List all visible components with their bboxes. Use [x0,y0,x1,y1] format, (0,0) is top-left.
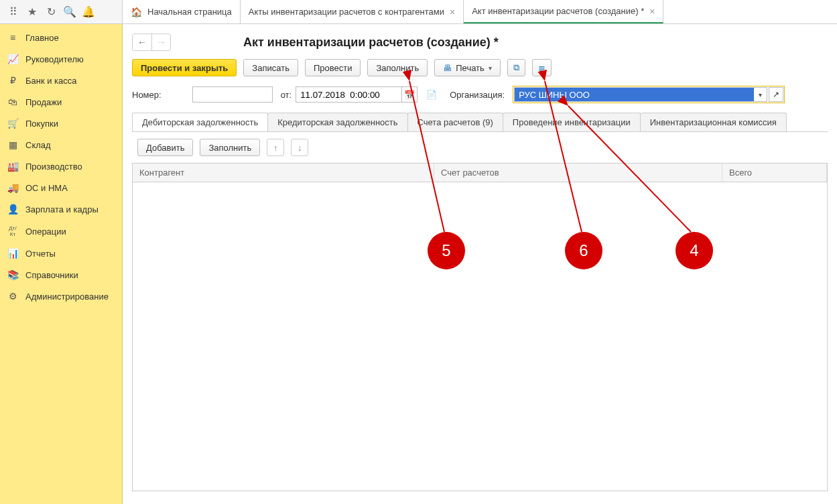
tab-label: Акты инвентаризации расчетов с контраген… [249,7,444,17]
sidebar-item-catalogs[interactable]: 📚Справочники [0,264,122,286]
star-icon[interactable]: ★ [23,3,42,21]
list-icon: ≣ [538,63,545,73]
org-label: Организация: [450,90,505,100]
subtabs: Дебиторская задолженность Кредиторская з… [132,113,828,132]
add-row-button[interactable]: Добавить [137,139,193,156]
doc-state-button[interactable]: 📄 [424,86,439,103]
home-icon: 🏠 [131,7,142,17]
sidebar-label: Операции [25,227,66,237]
subtab-credit[interactable]: Кредиторская задолженность [267,113,407,131]
list-view-button[interactable]: ≣ [532,59,552,76]
sidebar-item-reports[interactable]: 📊Отчеты [0,243,122,264]
sidebar-label: Зарплата и кадры [25,204,99,214]
col-total[interactable]: Всего [722,164,827,182]
back-button[interactable]: ← [133,34,151,50]
chart-icon: 📈 [7,54,19,64]
person-icon: 👤 [7,204,19,214]
sidebar-item-operations[interactable]: Дт/КтОперации [0,220,122,243]
sidebar-label: Склад [25,140,51,150]
subtab-inventory[interactable]: Проведение инвентаризации [503,113,641,131]
sidebar-item-assets[interactable]: 🚚ОС и НМА [0,177,122,198]
sidebar-item-manager[interactable]: 📈Руководителю [0,48,122,70]
col-contractor[interactable]: Контрагент [133,164,434,182]
arrow-up-icon: ↑ [273,143,278,153]
from-label: от: [281,90,292,100]
fill-rows-button[interactable]: Заполнить [200,139,260,156]
move-up-button[interactable]: ↑ [267,139,284,156]
chevron-down-icon: ▾ [759,91,762,99]
sidebar-label: Банк и касса [25,76,77,86]
number-label: Номер: [132,90,162,100]
sidebar-item-bank[interactable]: ₽Банк и касса [0,70,122,91]
bars-icon: 📊 [7,248,19,259]
number-input[interactable] [192,86,273,103]
sidebar-label: Главное [25,33,59,43]
sidebar-item-sales[interactable]: 🛍Продажи [0,91,122,113]
sidebar-label: Покупки [25,119,58,129]
sidebar-label: Производство [25,162,82,172]
arrow-down-icon: ↓ [298,143,302,153]
calendar-button[interactable]: 📅 [401,86,417,103]
close-icon[interactable]: × [649,6,655,17]
move-down-button[interactable]: ↓ [291,139,308,156]
sidebar-label: Руководителю [25,54,84,64]
sidebar-item-production[interactable]: 🏭Производство [0,155,122,177]
nav-buttons: ← → [132,34,171,51]
dtkt-icon: Дт/Кт [7,225,19,237]
subtab-accounts[interactable]: Счета расчетов (9) [407,113,503,131]
tab-label: Акт инвентаризации расчетов (создание) * [472,6,644,16]
fill-button[interactable]: Заполнить [367,59,428,76]
form-row: Номер: от: 📅 📄 Организация: ▾ ↗ [132,86,828,103]
sidebar-item-hr[interactable]: 👤Зарплата и кадры [0,198,122,220]
bag-icon: 🛍 [7,97,19,107]
factory-icon: 🏭 [7,161,19,172]
gear-icon: ⚙ [7,291,19,302]
org-field-wrap: ▾ ↗ [513,86,785,103]
date-input[interactable] [296,86,401,103]
app-tabs: 🏠 Начальная страница Акты инвентаризации… [123,0,837,23]
bell-icon[interactable]: 🔔 [79,3,98,21]
org-open-button[interactable]: ↗ [769,87,783,102]
apps-icon[interactable]: ⠿ [4,3,23,21]
sidebar-label: ОС и НМА [25,183,68,193]
grid-body[interactable] [133,182,827,491]
sidebar: ≡Главное 📈Руководителю ₽Банк и касса 🛍Пр… [0,24,123,504]
sidebar-item-main[interactable]: ≡Главное [0,27,122,48]
open-icon: ↗ [773,90,779,99]
sidebar-item-admin[interactable]: ⚙Администрирование [0,286,122,307]
tab-act-create[interactable]: Акт инвентаризации расчетов (создание) *… [464,0,663,23]
chevron-down-icon: ▾ [489,64,492,72]
forward-button[interactable]: → [151,34,170,50]
grid-header: Контрагент Счет расчетов Всего [133,164,827,182]
post-close-button[interactable]: Провести и закрыть [132,59,237,76]
history-icon[interactable]: ↻ [42,3,60,21]
data-grid: Контрагент Счет расчетов Всего [132,163,828,491]
search-icon[interactable]: 🔍 [60,3,79,21]
main-toolbar: Провести и закрыть Записать Провести Зап… [132,59,828,76]
post-button[interactable]: Провести [305,59,361,76]
sidebar-label: Продажи [25,97,62,107]
books-icon: 📚 [7,269,19,280]
subtab-debit[interactable]: Дебиторская задолженность [132,113,268,131]
grid-icon: ▦ [7,139,19,150]
sidebar-label: Администрирование [25,292,109,302]
col-account[interactable]: Счет расчетов [434,164,722,182]
print-button[interactable]: 🖶Печать▾ [434,59,501,76]
org-input[interactable] [514,87,754,102]
subtoolbar: Добавить Заполнить ↑ ↓ [132,132,828,163]
org-dropdown-button[interactable]: ▾ [754,87,767,102]
structure-button[interactable]: ⧉ [507,59,525,76]
save-button[interactable]: Записать [243,59,298,76]
close-icon[interactable]: × [450,7,455,17]
tab-home[interactable]: 🏠 Начальная страница [123,0,241,23]
calendar-icon: 📅 [404,90,415,100]
sidebar-item-purchases[interactable]: 🛒Покупки [0,113,122,134]
tab-acts-list[interactable]: Акты инвентаризации расчетов с контраген… [241,0,464,23]
ruble-icon: ₽ [7,75,19,86]
sidebar-item-warehouse[interactable]: ▦Склад [0,134,122,155]
main-content: ← → Акт инвентаризации расчетов (создани… [123,24,837,504]
truck-icon: 🚚 [7,182,19,193]
tab-label: Начальная страница [147,7,232,17]
subtab-commission[interactable]: Инвентаризационная комиссия [640,113,787,131]
doc-icon: 📄 [426,90,437,100]
